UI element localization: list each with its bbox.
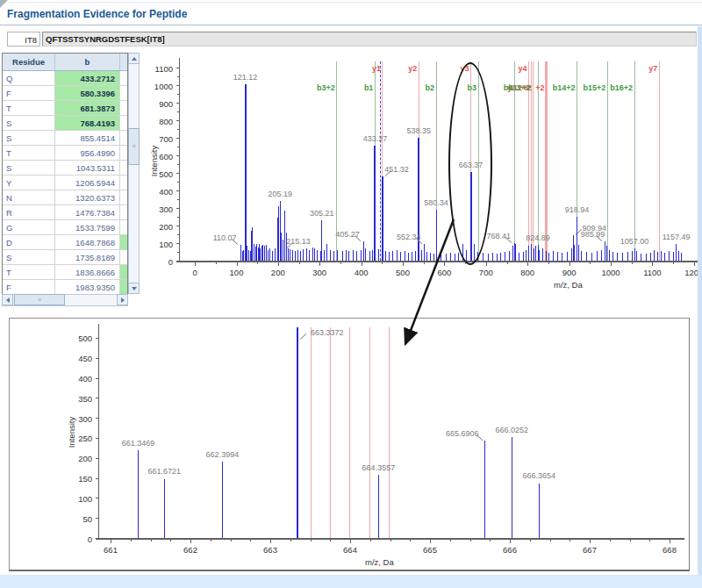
x-tick: [510, 540, 511, 543]
table-row[interactable]: S855.4514: [3, 131, 127, 146]
partial-cell: [120, 250, 127, 264]
table-row[interactable]: R1476.7384: [3, 205, 127, 220]
residue-cell[interactable]: T: [3, 146, 55, 160]
table-row[interactable]: S1735.8189: [3, 250, 127, 265]
scroll-left-button[interactable]: [2, 294, 13, 305]
spectrum-peak: [262, 245, 263, 261]
table-horizontal-scrollbar[interactable]: ≡: [2, 294, 128, 306]
zoomed-spectrum-chart[interactable]: 661.3469661.6721662.3994663.3372664.3557…: [10, 319, 689, 570]
residue-cell[interactable]: S: [3, 116, 55, 130]
residue-cell[interactable]: R: [3, 205, 55, 219]
spectrum-peak: [539, 484, 540, 539]
table-row[interactable]: F580.3396: [3, 86, 127, 101]
table-row[interactable]: Q433.2712: [3, 71, 127, 86]
column-header-b[interactable]: b: [55, 54, 120, 70]
x-minor-tick: [673, 262, 674, 264]
spectrum-peak: [605, 241, 605, 261]
spectrum-peak: [622, 253, 623, 261]
residue-cell[interactable]: Q: [3, 71, 55, 85]
spectrum-peak: [676, 244, 677, 261]
residue-cell[interactable]: N: [3, 190, 55, 204]
spectrum-peak: [421, 250, 422, 261]
scroll-down-button[interactable]: [128, 283, 140, 294]
b-ion-cell[interactable]: 956.4990: [55, 146, 120, 160]
peptide-sequence-field[interactable]: QFTSSTSYNRGDSTFESK[IT8]: [42, 32, 697, 47]
b-ion-cell[interactable]: 1533.7599: [55, 220, 120, 234]
residue-cell[interactable]: T: [3, 265, 55, 279]
table-row[interactable]: S768.4193: [3, 116, 127, 131]
spectrum-peak: [678, 251, 679, 261]
table-row[interactable]: D1648.7868: [3, 235, 127, 250]
precursor-dashed-line: [380, 61, 381, 261]
table-row[interactable]: S1043.5311: [3, 161, 127, 176]
b-ion-cell[interactable]: 855.4514: [55, 131, 120, 145]
x-tick-label: 700: [467, 268, 505, 277]
spectrum-peak: [272, 251, 273, 261]
b-ion-cell[interactable]: 1206.5944: [55, 176, 120, 190]
b-ion-cell[interactable]: 681.3873: [55, 101, 120, 115]
plot-area[interactable]: 661.3469661.6721662.3994663.3372664.3557…: [99, 327, 681, 538]
residue-cell[interactable]: F: [3, 280, 55, 294]
b-ion-cell[interactable]: 1476.7384: [55, 205, 120, 219]
spectrum-peak: [300, 251, 301, 261]
x-tick: [278, 262, 279, 266]
residue-table: Residue b Q433.2712F580.3396T681.3873S76…: [2, 53, 140, 306]
y-tick: [176, 120, 180, 121]
b-ion-cell[interactable]: 1735.8189: [55, 250, 120, 264]
residue-cell[interactable]: S: [3, 131, 55, 145]
spectrum-peak: [303, 249, 304, 261]
b-ion-cell[interactable]: 433.2712: [55, 71, 120, 85]
spectrum-peak: [673, 252, 674, 261]
table-row[interactable]: T956.4990: [3, 146, 127, 161]
peak-value-label: 1157.49: [648, 233, 702, 241]
scroll-right-button[interactable]: [117, 294, 128, 305]
peak-value-label: 663.3372: [299, 328, 355, 337]
plot-area[interactable]: b3+2b1y1y2b2y3b3b4y4y13+2+2b12+2+2b14+2b…: [180, 61, 698, 261]
table-vertical-scrollbar[interactable]: ≡: [128, 53, 140, 294]
residue-cell[interactable]: D: [3, 235, 55, 249]
b-ion-cell[interactable]: 580.3396: [55, 86, 120, 100]
y-tick: [96, 438, 99, 439]
x-minor-tick: [170, 540, 171, 541]
partial-cell: [120, 190, 127, 204]
residue-cell[interactable]: F: [3, 86, 55, 100]
table-row[interactable]: G1533.7599: [3, 220, 127, 235]
b-ion-cell[interactable]: 1836.8666: [55, 265, 120, 279]
x-minor-tick: [231, 540, 232, 541]
b-ion-cell[interactable]: 1983.9350: [55, 280, 120, 294]
scroll-up-button[interactable]: [128, 53, 140, 64]
y-minor-tick: [177, 217, 180, 218]
y-tick-label: 1000: [143, 82, 173, 91]
x-minor-tick: [290, 540, 291, 541]
residue-cell[interactable]: Y: [3, 176, 55, 190]
horizontal-scroll-thumb[interactable]: ≡: [14, 294, 65, 305]
y-minor-tick: [177, 147, 180, 147]
y-tick: [176, 190, 180, 191]
vertical-scroll-thumb[interactable]: ≡: [128, 128, 140, 165]
b-ion-cell[interactable]: 768.4193: [55, 116, 120, 130]
table-row[interactable]: N1320.6373: [3, 190, 127, 205]
y-tick: [96, 418, 99, 419]
y-ion-line: [349, 327, 350, 538]
spectrum-peak: [348, 251, 349, 261]
b-ion-cell[interactable]: 1043.5311: [55, 161, 120, 175]
left-arrow-icon: [6, 298, 10, 303]
table-row[interactable]: F1983.9350: [3, 280, 127, 295]
residue-cell[interactable]: S: [3, 161, 55, 175]
spectrum-peak: [483, 253, 484, 261]
b-ion-cell[interactable]: 1320.6373: [55, 190, 120, 204]
residue-cell[interactable]: G: [3, 220, 55, 234]
table-row[interactable]: T681.3873: [3, 101, 127, 116]
residue-cell[interactable]: S: [3, 250, 55, 264]
top-divider: [9, 2, 702, 3]
ms2-spectrum-chart[interactable]: b3+2b1y1y2b2y3b3b4y4y13+2+2b12+2+2b14+2b…: [143, 51, 699, 311]
y-minor-tick: [177, 76, 180, 77]
table-row[interactable]: Y1206.5944: [3, 176, 127, 190]
partial-cell: [120, 220, 127, 234]
column-header-residue[interactable]: Residue: [3, 54, 55, 70]
residue-cell[interactable]: T: [3, 101, 55, 115]
y-tick-label: 100: [143, 240, 173, 249]
partial-cell: [120, 86, 127, 100]
table-row[interactable]: T1836.8666: [3, 265, 127, 280]
b-ion-cell[interactable]: 1648.7868: [55, 235, 120, 249]
